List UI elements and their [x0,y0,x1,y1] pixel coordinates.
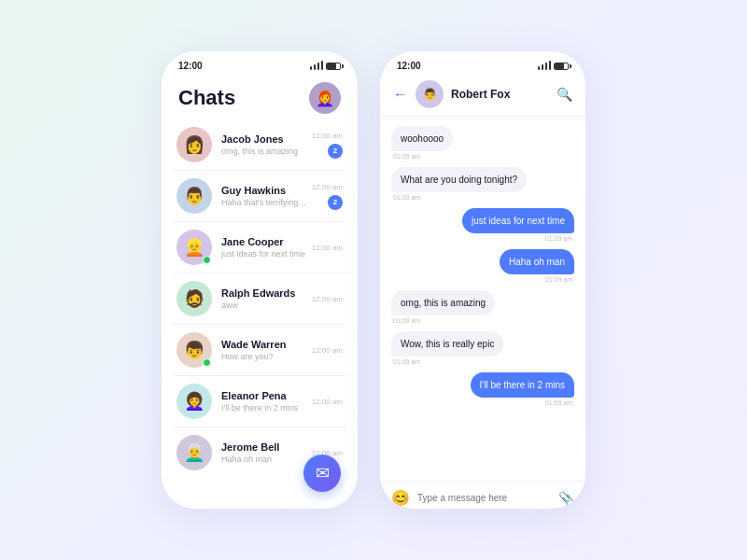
chat-info: Ralph Edwards aww [221,287,308,310]
chat-list-item[interactable]: 👨 Guy Hawkins Haha that's terrifying 🤨 1… [173,171,346,222]
chat-time: 12:00 am [312,398,343,406]
chat-info: Guy Hawkins Haha that's terrifying 🤨 [221,185,308,207]
online-indicator [203,358,211,367]
battery-icon-right [554,63,569,70]
message-row: What are you doing tonight? 01:09 am [391,167,574,201]
avatar: 👨 [176,178,212,214]
signal-icon [310,62,324,70]
avatar-face: 👨‍🦳 [176,435,212,470]
chat-preview: I'll be there in 2 mins [221,403,308,413]
message-time: 01:09 am [391,194,422,201]
message-bubble: Haha oh man [500,249,574,274]
chat-preview: aww [221,301,308,310]
contact-avatar: 👨 [416,80,444,108]
chat-name: Ralph Edwards [221,287,308,299]
battery-right [538,62,570,70]
contact-info: 👨 Robert Fox [416,80,557,108]
chat-time: 12:00 am [312,183,343,191]
message-bubble: omg, this is amazing [391,290,495,315]
avatar-wrap: 👩 [176,127,212,162]
battery-left [310,62,342,70]
chat-list: 👩 Jacob Jones omg, this is amazing 12:00… [162,119,358,478]
avatar-face: 👩‍🦱 [176,384,212,419]
message-time: 01:09 am [543,399,574,406]
chat-list-item[interactable]: 👩 Jacob Jones omg, this is amazing 12:00… [173,119,346,171]
back-button[interactable]: ← [393,86,408,103]
chat-header: ← 👨 Robert Fox 🔍 [380,75,585,117]
user-avatar-face: 👩‍🦰 [316,90,334,107]
left-phone: 12:00 Chats 👩‍🦰 [162,51,358,509]
message-bubble: just ideas for next time [462,208,574,233]
chat-preview: omg, this is amazing [221,147,308,156]
message-input-area: 😊 📎 [380,481,585,509]
chat-preview: Haha that's terrifying 🤨 [221,198,308,207]
message-bubble: Wow, this is really epic [391,331,503,357]
user-avatar[interactable]: 👩‍🦰 [309,82,341,114]
right-phone: 12:00 ← 👨 Robert Fox [380,51,585,509]
battery-icon [326,63,341,70]
status-bar-right: 12:00 [380,51,585,75]
chat-name: Jerome Bell [221,441,308,453]
chat-name: Jacob Jones [221,133,308,145]
time-left: 12:00 [178,61,203,71]
message-time: 01:09 am [391,358,422,365]
chat-meta: 12:00 am 2 [312,132,343,159]
attach-button[interactable]: 📎 [558,491,574,506]
message-bubble: What are you doing tonight? [391,167,527,192]
signal-icon-right [538,62,552,70]
emoji-button[interactable]: 😊 [391,489,410,507]
chat-preview: Haha oh man [221,455,308,464]
message-row: woohoooo 01:09 am [391,126,574,160]
chat-list-item[interactable]: 👩‍🦱 Eleanor Pena I'll be there in 2 mins… [173,376,346,427]
chat-name: Eleanor Pena [221,390,308,401]
avatar: 🧔 [176,281,212,316]
chat-meta: 12:00 am [312,346,343,355]
time-right: 12:00 [397,61,421,71]
search-icon[interactable]: 🔍 [557,87,572,102]
chat-name: Jane Cooper [221,236,308,247]
message-row: Wow, this is really epic 01:09 am [391,331,574,365]
chat-info: Wade Warren How are you? [221,339,308,361]
message-input[interactable] [417,493,551,503]
message-time: 01:09 am [391,153,422,160]
message-time: 01:09 am [543,276,574,283]
avatar-wrap: 🧔 [176,281,212,316]
message-time: 01:09 am [391,317,422,324]
chat-time: 12:00 am [312,132,343,140]
contact-avatar-face: 👨 [423,88,437,101]
unread-badge: 2 [328,144,343,159]
avatar-face: 🧔 [176,281,212,316]
message-bubble: I'll be there in 2 mins [471,372,574,398]
chat-preview: just ideas for next time [221,249,308,259]
chat-info: Jacob Jones omg, this is amazing [221,133,308,156]
chat-preview: How are you? [221,352,308,361]
online-indicator [203,256,211,264]
message-time: 01:09 am [543,235,574,242]
chat-time: 12:00 am [312,244,343,252]
unread-badge: 2 [328,195,343,210]
chat-list-item[interactable]: 👦 Wade Warren How are you? 12:00 am [173,325,346,376]
avatar: 👩 [176,127,212,162]
avatar-wrap: 👱 [176,230,212,265]
status-bar-left: 12:00 [162,51,358,75]
phones-container: 12:00 Chats 👩‍🦰 [162,51,585,509]
chat-info: Eleanor Pena I'll be there in 2 mins [221,390,308,413]
message-row: Haha oh man 01:09 am [391,249,574,283]
chat-meta: 12:00 am 2 [312,183,343,210]
chat-list-item[interactable]: 🧔 Ralph Edwards aww 12:00 am [173,273,346,325]
avatar-face: 👨 [176,178,212,214]
chat-info: Jerome Bell Haha oh man [221,441,308,464]
avatar-wrap: 👨‍🦳 [176,435,212,470]
chats-title: Chats [178,86,235,110]
avatar-wrap: 👦 [176,332,212,368]
message-row: just ideas for next time 01:09 am [391,208,574,242]
chat-info: Jane Cooper just ideas for next time [221,236,308,259]
chat-meta: 12:00 am [312,244,343,252]
chat-meta: 12:00 am [312,398,343,406]
message-row: I'll be there in 2 mins 01:09 am [391,372,574,406]
chat-name: Wade Warren [221,339,308,350]
chat-meta: 12:00 am [312,295,343,303]
avatar-wrap: 👨 [176,178,212,214]
compose-fab[interactable]: ✉ [303,455,341,492]
chat-list-item[interactable]: 👱 Jane Cooper just ideas for next time 1… [173,222,346,273]
